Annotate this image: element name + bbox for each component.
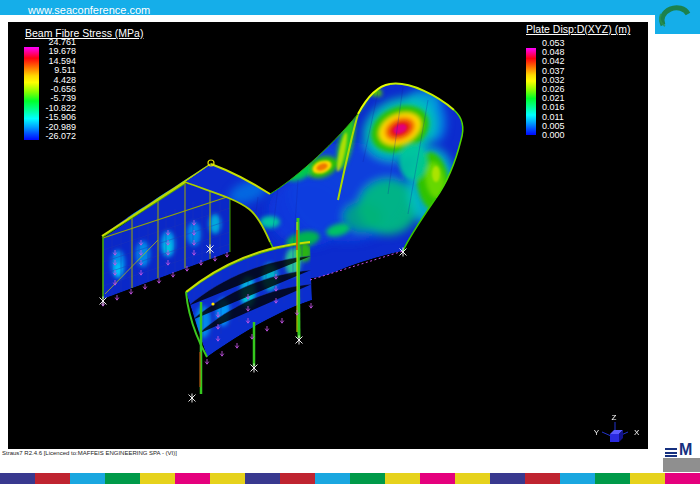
model-viewport-3d[interactable]: Beam Fibre Stress (MPa) 24.761 19.678 14… — [8, 22, 648, 449]
strip-block — [490, 473, 525, 484]
strip-block — [665, 473, 700, 484]
triad-z-label: Z — [612, 413, 617, 422]
logo-letter-m: M — [679, 442, 692, 458]
strip-block — [245, 473, 280, 484]
strip-block — [70, 473, 105, 484]
strip-block — [385, 473, 420, 484]
axis-triad: Y Z X — [594, 413, 640, 442]
triad-y-label: Y — [594, 428, 600, 437]
bottom-color-strip — [0, 473, 700, 484]
strip-block — [350, 473, 385, 484]
strip-block — [595, 473, 630, 484]
strip-block — [105, 473, 140, 484]
fea-model-rendering: Y Z X — [8, 22, 648, 449]
strip-block — [455, 473, 490, 484]
strip-block — [420, 473, 455, 484]
strip-block — [140, 473, 175, 484]
strip-block — [630, 473, 665, 484]
strip-block — [35, 473, 70, 484]
triad-x-label: X — [634, 428, 640, 437]
strip-block — [210, 473, 245, 484]
strip-block — [0, 473, 35, 484]
triad-cube — [610, 434, 619, 442]
logo-bar-icon — [665, 452, 677, 454]
green-swirl-logo — [655, 0, 700, 34]
strip-block — [280, 473, 315, 484]
strip-block — [560, 473, 595, 484]
watermark-url-text: www.seaconference.com — [28, 4, 150, 15]
logo-bar-icon — [665, 455, 677, 457]
top-watermark-band: www.seaconference.com — [0, 0, 700, 15]
strip-block — [315, 473, 350, 484]
straus7-screenshot: { "watermark": "www.seaconference.com", … — [0, 0, 700, 485]
logo-gray-block — [663, 458, 700, 472]
logo-bar-icon — [665, 448, 677, 450]
wall-hotspot-dot — [211, 302, 214, 305]
status-bar-text: Straus7 R2.4.6 [Licenced to:MAFFEIS ENGI… — [2, 450, 177, 456]
top-band-right-block — [655, 0, 700, 34]
shell-contour-blobs — [226, 79, 456, 252]
strip-block — [525, 473, 560, 484]
strip-block — [175, 473, 210, 484]
